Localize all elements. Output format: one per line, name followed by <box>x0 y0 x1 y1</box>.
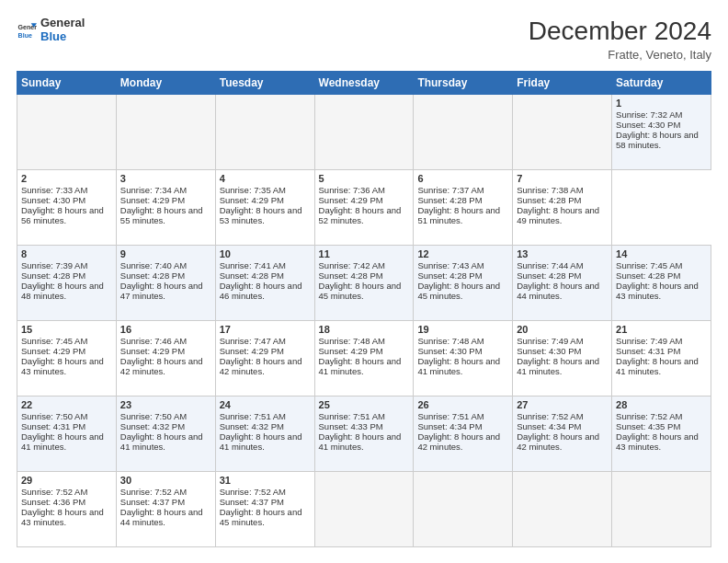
sunset-text: Sunset: 4:29 PM <box>319 195 383 205</box>
sunrise-text: Sunrise: 7:39 AM <box>21 260 87 270</box>
daylight-text: Daylight: 8 hours and 43 minutes. <box>21 356 104 376</box>
sunrise-text: Sunrise: 7:46 AM <box>120 336 187 346</box>
sunset-text: Sunset: 4:30 PM <box>417 346 482 356</box>
calendar-cell: 20Sunrise: 7:49 AMSunset: 4:30 PMDayligh… <box>513 321 612 396</box>
calendar-cell: 24Sunrise: 7:51 AMSunset: 4:32 PMDayligh… <box>215 396 314 472</box>
col-header-saturday: Saturday <box>612 72 711 95</box>
daylight-text: Daylight: 8 hours and 58 minutes. <box>616 130 699 150</box>
sunrise-text: Sunrise: 7:51 AM <box>220 411 286 421</box>
daylight-text: Daylight: 8 hours and 52 minutes. <box>319 205 402 225</box>
day-number: 4 <box>220 173 311 184</box>
sunrise-text: Sunrise: 7:50 AM <box>120 411 187 421</box>
day-number: 8 <box>21 248 112 259</box>
week-row-1: 1Sunrise: 7:32 AMSunset: 4:30 PMDaylight… <box>17 95 711 170</box>
daylight-text: Daylight: 8 hours and 42 minutes. <box>220 356 302 376</box>
sunset-text: Sunset: 4:32 PM <box>120 421 185 431</box>
col-header-sunday: Sunday <box>17 72 117 95</box>
calendar-cell: 8Sunrise: 7:39 AMSunset: 4:28 PMDaylight… <box>17 246 117 321</box>
calendar-cell: 27Sunrise: 7:52 AMSunset: 4:34 PMDayligh… <box>513 396 612 472</box>
sunset-text: Sunset: 4:34 PM <box>417 421 482 431</box>
sunset-text: Sunset: 4:37 PM <box>120 497 185 507</box>
week-row-6: 29Sunrise: 7:52 AMSunset: 4:36 PMDayligh… <box>17 472 711 547</box>
header-row: SundayMondayTuesdayWednesdayThursdayFrid… <box>17 72 711 95</box>
daylight-text: Daylight: 8 hours and 43 minutes. <box>616 431 699 452</box>
sunset-text: Sunset: 4:29 PM <box>21 346 85 356</box>
week-row-2: 2Sunrise: 7:33 AMSunset: 4:30 PMDaylight… <box>17 170 711 246</box>
calendar-cell <box>116 95 215 170</box>
svg-text:Blue: Blue <box>18 32 32 39</box>
calendar-cell: 17Sunrise: 7:47 AMSunset: 4:29 PMDayligh… <box>215 321 314 396</box>
day-number: 22 <box>21 399 112 410</box>
day-number: 15 <box>21 324 112 335</box>
day-number: 6 <box>417 173 508 184</box>
sunrise-text: Sunrise: 7:51 AM <box>417 411 483 421</box>
calendar-cell <box>215 95 314 170</box>
calendar-cell <box>314 472 414 547</box>
week-row-5: 22Sunrise: 7:50 AMSunset: 4:31 PMDayligh… <box>17 396 711 472</box>
daylight-text: Daylight: 8 hours and 48 minutes. <box>21 281 104 301</box>
daylight-text: Daylight: 8 hours and 41 minutes. <box>220 431 302 452</box>
sunset-text: Sunset: 4:28 PM <box>417 195 482 205</box>
sunset-text: Sunset: 4:29 PM <box>120 195 185 205</box>
calendar-cell: 21Sunrise: 7:49 AMSunset: 4:31 PMDayligh… <box>612 321 711 396</box>
logo-line2: Blue <box>40 30 85 44</box>
sunset-text: Sunset: 4:30 PM <box>517 346 581 356</box>
sunrise-text: Sunrise: 7:34 AM <box>120 185 187 195</box>
day-number: 26 <box>417 399 508 410</box>
calendar-cell: 29Sunrise: 7:52 AMSunset: 4:36 PMDayligh… <box>17 472 117 547</box>
calendar-cell: 3Sunrise: 7:34 AMSunset: 4:29 PMDaylight… <box>116 170 215 246</box>
daylight-text: Daylight: 8 hours and 41 minutes. <box>21 431 104 452</box>
day-number: 23 <box>120 399 211 410</box>
day-number: 28 <box>616 399 707 410</box>
daylight-text: Daylight: 8 hours and 45 minutes. <box>220 507 302 527</box>
daylight-text: Daylight: 8 hours and 41 minutes. <box>616 356 699 376</box>
calendar-cell <box>612 472 711 547</box>
sunrise-text: Sunrise: 7:47 AM <box>220 336 286 346</box>
week-row-3: 8Sunrise: 7:39 AMSunset: 4:28 PMDaylight… <box>17 246 711 321</box>
sunrise-text: Sunrise: 7:48 AM <box>417 336 483 346</box>
day-number: 12 <box>417 248 508 259</box>
day-number: 2 <box>21 173 112 184</box>
day-number: 16 <box>120 324 211 335</box>
logo-icon: General Blue <box>17 20 37 40</box>
sunrise-text: Sunrise: 7:41 AM <box>220 260 286 270</box>
sunrise-text: Sunrise: 7:52 AM <box>220 487 286 497</box>
calendar-cell: 25Sunrise: 7:51 AMSunset: 4:33 PMDayligh… <box>314 396 414 472</box>
calendar-cell: 5Sunrise: 7:36 AMSunset: 4:29 PMDaylight… <box>314 170 414 246</box>
daylight-text: Daylight: 8 hours and 49 minutes. <box>517 205 599 225</box>
calendar-cell: 12Sunrise: 7:43 AMSunset: 4:28 PMDayligh… <box>414 246 513 321</box>
col-header-thursday: Thursday <box>414 72 513 95</box>
daylight-text: Daylight: 8 hours and 43 minutes. <box>21 507 104 527</box>
calendar-cell: 26Sunrise: 7:51 AMSunset: 4:34 PMDayligh… <box>414 396 513 472</box>
calendar-cell: 18Sunrise: 7:48 AMSunset: 4:29 PMDayligh… <box>314 321 414 396</box>
day-number: 17 <box>220 324 311 335</box>
calendar-cell: 7Sunrise: 7:38 AMSunset: 4:28 PMDaylight… <box>513 170 612 246</box>
daylight-text: Daylight: 8 hours and 42 minutes. <box>417 431 500 452</box>
sunrise-text: Sunrise: 7:52 AM <box>120 487 187 497</box>
sunrise-text: Sunrise: 7:38 AM <box>517 185 583 195</box>
sunrise-text: Sunrise: 7:43 AM <box>417 260 483 270</box>
calendar-cell: 1Sunrise: 7:32 AMSunset: 4:30 PMDaylight… <box>612 95 711 170</box>
calendar-cell <box>513 472 612 547</box>
day-number: 5 <box>319 173 410 184</box>
sunrise-text: Sunrise: 7:52 AM <box>517 411 583 421</box>
day-number: 7 <box>517 173 608 184</box>
calendar-cell: 4Sunrise: 7:35 AMSunset: 4:29 PMDaylight… <box>215 170 314 246</box>
calendar-cell: 30Sunrise: 7:52 AMSunset: 4:37 PMDayligh… <box>116 472 215 547</box>
sunset-text: Sunset: 4:32 PM <box>220 421 284 431</box>
sunrise-text: Sunrise: 7:49 AM <box>616 336 682 346</box>
daylight-text: Daylight: 8 hours and 41 minutes. <box>319 356 402 376</box>
sunset-text: Sunset: 4:30 PM <box>616 120 680 130</box>
sunrise-text: Sunrise: 7:45 AM <box>616 260 682 270</box>
daylight-text: Daylight: 8 hours and 44 minutes. <box>120 507 203 527</box>
calendar-cell: 19Sunrise: 7:48 AMSunset: 4:30 PMDayligh… <box>414 321 513 396</box>
sunrise-text: Sunrise: 7:52 AM <box>21 487 87 497</box>
sunset-text: Sunset: 4:28 PM <box>417 270 482 281</box>
sunrise-text: Sunrise: 7:35 AM <box>220 185 286 195</box>
month-title: December 2024 <box>529 17 711 46</box>
sunset-text: Sunset: 4:31 PM <box>21 421 85 431</box>
sunset-text: Sunset: 4:28 PM <box>21 270 85 281</box>
daylight-text: Daylight: 8 hours and 41 minutes. <box>517 356 599 376</box>
header: General Blue General Blue December 2024 … <box>17 17 711 62</box>
daylight-text: Daylight: 8 hours and 42 minutes. <box>517 431 599 452</box>
